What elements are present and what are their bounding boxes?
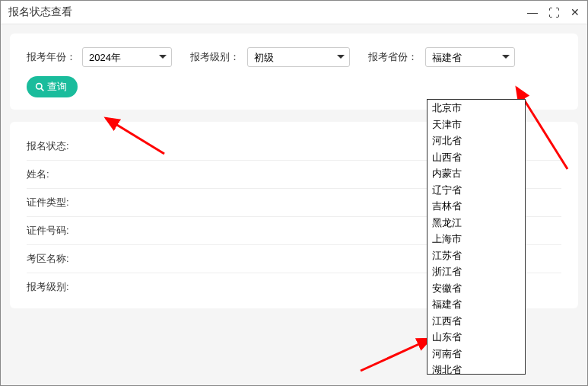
province-label: 报考省份：	[368, 50, 418, 64]
dialog-window: 报名状态查看 — ⛶ ✕ 报考年份： 2024年 报考级别： 初级 报考省份： …	[0, 0, 588, 386]
content-area: 报考年份： 2024年 报考级别： 初级 报考省份： 福建省 查询 报名状态:	[1, 24, 587, 385]
province-option[interactable]: 江西省	[427, 313, 525, 330]
province-dropdown[interactable]: 北京市天津市河北省山西省内蒙古辽宁省吉林省黑龙江上海市江苏省浙江省安徽省福建省江…	[427, 99, 526, 375]
level-select[interactable]: 初级	[247, 47, 350, 67]
province-option[interactable]: 天津市	[427, 116, 525, 133]
annotation-arrow	[354, 333, 438, 375]
province-option[interactable]: 辽宁省	[427, 182, 525, 199]
level-label: 报考级别：	[190, 50, 240, 64]
window-title: 报名状态查看	[8, 5, 72, 19]
province-option[interactable]: 黑龙江	[427, 215, 525, 231]
province-option[interactable]: 北京市	[427, 100, 525, 116]
province-option[interactable]: 内蒙古	[427, 165, 525, 182]
province-option[interactable]: 江苏省	[427, 247, 525, 264]
search-row: 报考年份： 2024年 报考级别： 初级 报考省份： 福建省	[27, 47, 561, 67]
province-option[interactable]: 河南省	[427, 346, 525, 362]
province-option[interactable]: 福建省	[427, 296, 525, 313]
year-label: 报考年份：	[27, 50, 76, 64]
province-option[interactable]: 浙江省	[427, 263, 525, 280]
titlebar: 报名状态查看 — ⛶ ✕	[1, 1, 587, 24]
year-select[interactable]: 2024年	[82, 47, 172, 67]
window-controls: — ⛶ ✕	[527, 7, 580, 18]
province-option[interactable]: 上海市	[427, 231, 525, 247]
minimize-icon[interactable]: —	[527, 7, 538, 18]
province-option[interactable]: 山东省	[427, 329, 525, 346]
search-icon	[35, 82, 45, 92]
province-option[interactable]: 山西省	[427, 149, 525, 166]
close-icon[interactable]: ✕	[571, 7, 580, 18]
province-option[interactable]: 河北省	[427, 132, 525, 149]
maximize-icon[interactable]: ⛶	[548, 7, 560, 18]
query-button-label: 查询	[47, 80, 67, 94]
svg-line-4	[361, 339, 431, 371]
svg-point-0	[37, 83, 42, 88]
province-option[interactable]: 安徽省	[427, 280, 525, 297]
svg-line-1	[41, 88, 43, 91]
query-button[interactable]: 查询	[27, 76, 78, 97]
province-option[interactable]: 湖北省	[427, 362, 525, 375]
province-select[interactable]: 福建省	[425, 47, 515, 67]
province-option[interactable]: 吉林省	[427, 198, 525, 215]
search-panel: 报考年份： 2024年 报考级别： 初级 报考省份： 福建省 查询	[10, 33, 578, 110]
